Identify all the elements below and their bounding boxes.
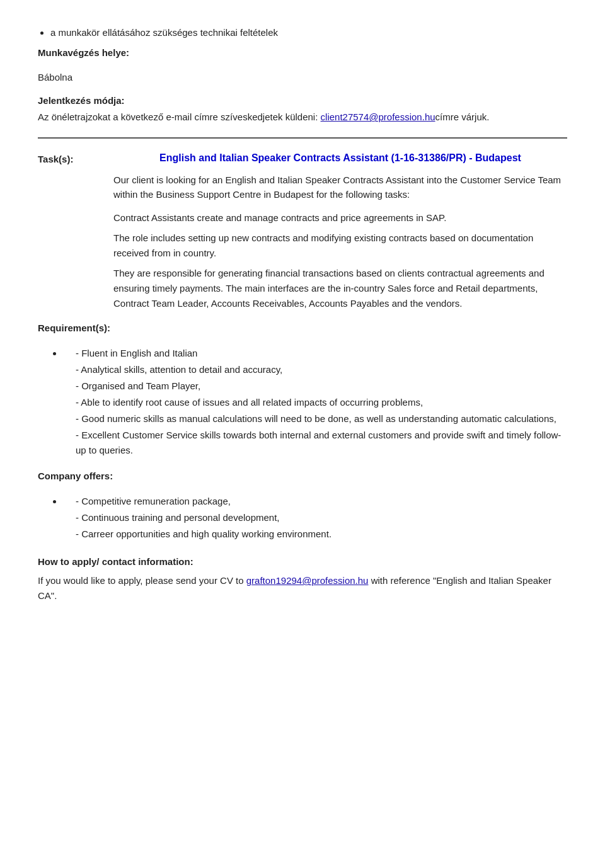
offer-item-0: - Competitive remuneration package, <box>76 494 567 509</box>
application-label-text: Jelentkezés módja: <box>38 95 125 106</box>
top-bullet-item: a munkakör ellátásához szükséges technik… <box>50 25 567 40</box>
company-offers-block: Company offers: <box>38 471 567 481</box>
req-item-3: - Able to identify root cause of issues … <box>76 395 567 410</box>
section-divider <box>38 137 567 139</box>
requirements-list-item: - Fluent in English and Italian - Analyt… <box>63 346 567 458</box>
application-text1: Az önéletrajzokat a következő e-mail cím… <box>38 111 321 122</box>
apply-text-before: If you would like to apply, please send … <box>38 575 244 586</box>
job-content: English and Italian Speaker Contracts As… <box>113 152 567 317</box>
task-intro: Our client is looking for an English and… <box>113 173 567 202</box>
requirements-section: Requirement(s): - Fluent in English and … <box>38 323 567 458</box>
application-text2: címre várjuk. <box>435 111 490 122</box>
work-location-label: Munkavégzés helye: <box>38 47 129 58</box>
apply-text: If you would like to apply, please send … <box>38 573 567 603</box>
task-item-1: The role includes setting up new contrac… <box>113 231 567 261</box>
task-label: Task(s): <box>38 152 113 317</box>
task-items-block: Contract Assistants create and manage co… <box>113 210 567 311</box>
work-location-value: Bábolna <box>38 71 567 85</box>
requirements-list: - Fluent in English and Italian - Analyt… <box>63 346 567 458</box>
apply-email-link[interactable]: grafton19294@profession.hu <box>246 575 369 586</box>
req-item-2: - Organised and Team Player, <box>76 379 567 394</box>
application-email-link[interactable]: client27574@profession.hu <box>321 111 435 122</box>
task-item-0: Contract Assistants create and manage co… <box>113 210 567 226</box>
req-item-1: - Analytical skills, attention to detail… <box>76 362 567 377</box>
company-offers-dash-list: - Competitive remuneration package, - Co… <box>76 494 567 542</box>
application-label: Jelentkezés módja: <box>38 94 567 108</box>
req-item-4: - Good numeric skills as manual calculat… <box>76 411 567 426</box>
top-section: a munkakör ellátásához szükséges technik… <box>38 25 567 125</box>
apply-label: How to apply/ contact information: <box>38 554 567 569</box>
req-item-0: - Fluent in English and Italian <box>76 346 567 361</box>
company-offers-section: Company offers: - Competitive remunerati… <box>38 471 567 542</box>
task-item-2: They are responsible for generating fina… <box>113 266 567 311</box>
job-section: Task(s): English and Italian Speaker Con… <box>38 152 567 317</box>
offer-item-1: - Continuous training and personal devel… <box>76 510 567 525</box>
job-title: English and Italian Speaker Contracts As… <box>113 152 567 164</box>
company-offers-label: Company offers: <box>38 471 113 481</box>
application-description: Az önéletrajzokat a következő e-mail cím… <box>38 110 567 125</box>
apply-section: How to apply/ contact information: If yo… <box>38 554 567 603</box>
company-offers-list: - Competitive remuneration package, - Co… <box>63 494 567 542</box>
requirements-label: Requirement(s): <box>38 323 110 333</box>
work-location-block: Munkavégzés helye: <box>38 47 567 58</box>
requirements-dash-list: - Fluent in English and Italian - Analyt… <box>76 346 567 458</box>
requirements-block: Requirement(s): <box>38 323 567 333</box>
offer-item-2: - Carreer opportunities and high quality… <box>76 527 567 542</box>
req-item-5: - Excellent Customer Service skills towa… <box>76 428 567 458</box>
company-offers-list-item: - Competitive remuneration package, - Co… <box>63 494 567 542</box>
